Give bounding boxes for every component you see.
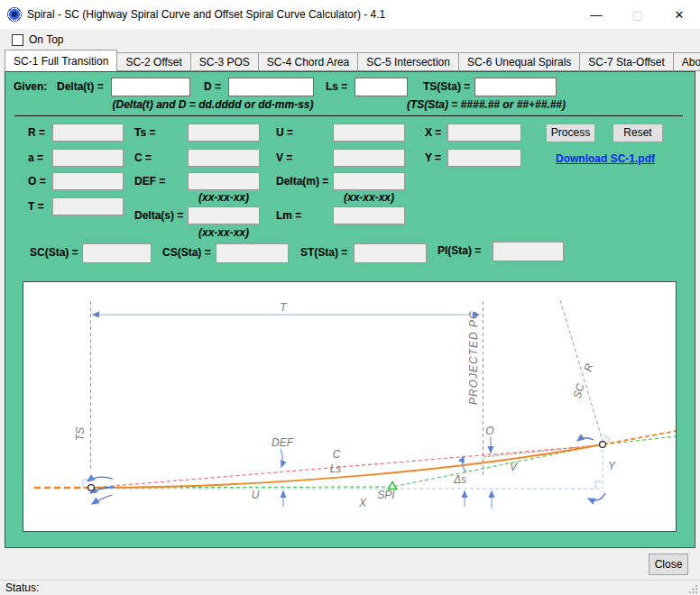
reset-button[interactable]: Reset bbox=[612, 124, 663, 142]
status-bar: Status: bbox=[0, 580, 700, 595]
given-caption: Given: bbox=[14, 78, 47, 96]
resize-grip-icon[interactable] bbox=[689, 584, 698, 593]
minimize-button[interactable]: — bbox=[576, 0, 617, 29]
spi-label: SPI bbox=[377, 489, 395, 501]
def-output bbox=[188, 172, 260, 190]
u-label: U = bbox=[276, 124, 293, 142]
a-label: a = bbox=[28, 149, 43, 168]
sc1-panel: Given: Delta(t) = D = Ls = TS(Sta) = (De… bbox=[5, 71, 695, 548]
r-label: R = bbox=[28, 124, 45, 142]
delta-m-output bbox=[333, 172, 405, 190]
tab-about-ebooks[interactable]: About-eBooks bbox=[673, 52, 700, 71]
given-format-hint-right: (TS(Sta) = ####.## or ##+##.##) bbox=[401, 98, 572, 111]
on-top-label: On Top bbox=[29, 33, 63, 46]
a-output bbox=[52, 149, 124, 167]
status-label: Status: bbox=[5, 581, 39, 594]
o-dim-label: O bbox=[485, 425, 493, 437]
def-pointer-arrow bbox=[281, 449, 282, 467]
v-output bbox=[333, 149, 405, 167]
long-chord-line bbox=[91, 445, 601, 488]
radius-reference-line bbox=[560, 300, 603, 444]
app-window: Spiral - SC (Highway Spiral Curve and Of… bbox=[0, 0, 700, 595]
process-button[interactable]: Process bbox=[546, 124, 595, 142]
delta-s-dms-hint: (xx-xx-xx) bbox=[183, 226, 264, 239]
delta-t-label: Delta(t) = bbox=[57, 78, 104, 96]
rotation-arrow-sc bbox=[577, 438, 594, 441]
def-label: DEF = bbox=[134, 172, 165, 191]
ts-point-marker bbox=[88, 485, 95, 491]
right-angle-mark-sc bbox=[595, 481, 603, 489]
delta-s-dim-label: Δs bbox=[453, 473, 466, 486]
section-divider bbox=[14, 115, 683, 116]
lm-label: Lm = bbox=[276, 206, 301, 225]
y-dim-label: Y bbox=[608, 460, 616, 472]
delta-s-label: Delta(s) = bbox=[134, 206, 183, 225]
u-output bbox=[333, 124, 405, 142]
x-output bbox=[447, 124, 521, 142]
lm-output bbox=[333, 206, 405, 224]
tab-sc1-full-transition[interactable]: SC-1 Full Transition bbox=[5, 50, 117, 71]
app-icon bbox=[7, 7, 22, 22]
r-line-label: R bbox=[581, 362, 595, 373]
u-dim-label: U bbox=[252, 489, 260, 501]
spiral-tangent-lines bbox=[91, 436, 676, 488]
t-label: T = bbox=[28, 197, 44, 216]
delta-s-output bbox=[188, 206, 260, 224]
d-input[interactable] bbox=[228, 78, 314, 96]
sc-sta-output bbox=[82, 243, 152, 263]
sc-sta-label: SC(Sta) = bbox=[30, 243, 78, 262]
tab-sc4-chord-area[interactable]: SC-4 Chord Area bbox=[258, 52, 358, 71]
window-title: Spiral - SC (Highway Spiral Curve and Of… bbox=[27, 8, 576, 21]
x-label: X = bbox=[425, 124, 441, 142]
delta-m-dms-hint: (xx-xx-xx) bbox=[328, 191, 410, 204]
c-dim-label: C bbox=[333, 448, 341, 461]
cs-sta-output bbox=[216, 243, 289, 263]
download-sc1-pdf-link[interactable]: Download SC-1.pdf bbox=[556, 152, 655, 165]
r-output bbox=[52, 124, 124, 142]
tab-sc3-pos[interactable]: SC-3 POS bbox=[190, 52, 259, 71]
o-label: O = bbox=[28, 172, 46, 191]
ts-sta-input[interactable] bbox=[474, 78, 557, 96]
title-bar: Spiral - SC (Highway Spiral Curve and Of… bbox=[0, 0, 700, 29]
v-label: V = bbox=[276, 149, 292, 168]
ls-dim-label: Ls bbox=[330, 462, 342, 475]
tab-strip: SC-1 Full Transition SC-2 Offset SC-3 PO… bbox=[5, 50, 700, 71]
pi-sta-output bbox=[493, 242, 564, 261]
t-dim-label: T bbox=[280, 301, 288, 314]
delta-t-input[interactable] bbox=[111, 78, 190, 96]
tab-sc2-offset[interactable]: SC-2 Offset bbox=[116, 52, 190, 71]
ls-input[interactable] bbox=[355, 78, 408, 96]
v-dim-label: V bbox=[510, 461, 518, 473]
c-label: C = bbox=[134, 149, 152, 168]
sc-line-label: SC bbox=[570, 382, 586, 400]
rotation-arrow-ts-1 bbox=[88, 477, 113, 481]
projected-pc-label: PROJECTED PC bbox=[467, 310, 480, 405]
ls-label: Ls = bbox=[326, 78, 347, 96]
d-label: D = bbox=[204, 78, 221, 96]
tab-sc6-unequal-spirals[interactable]: SC-6 Unequal Spirals bbox=[458, 52, 580, 71]
pi-sta-label: PI(Sta) = bbox=[438, 242, 481, 261]
tab-sc7-sta-offset[interactable]: SC-7 Sta-Offset bbox=[579, 52, 673, 71]
def-dms-hint: (xx-xx-xx) bbox=[183, 191, 264, 204]
def-dim-label: DEF bbox=[272, 436, 294, 449]
y-output bbox=[447, 149, 521, 167]
sc-point-marker bbox=[600, 442, 606, 448]
y-label: Y = bbox=[425, 149, 441, 168]
given-format-hint-left: (Delta(t) and D = dd.dddd or dd-mm-ss) bbox=[109, 98, 317, 111]
ts-line-label: TS bbox=[74, 427, 87, 441]
maximize-button[interactable]: ▢ bbox=[617, 0, 659, 29]
x-dim-label: X bbox=[358, 497, 367, 509]
ts-output bbox=[188, 124, 260, 142]
cs-sta-label: CS(Sta) = bbox=[162, 243, 211, 262]
ts-sta-label: TS(Sta) = bbox=[423, 78, 470, 96]
st-sta-label: ST(Sta) = bbox=[300, 243, 347, 262]
close-button[interactable]: Close bbox=[649, 554, 688, 575]
ts-label: Ts = bbox=[134, 124, 155, 142]
t-output bbox=[52, 197, 124, 215]
tab-sc5-intersection[interactable]: SC-5 Intersection bbox=[357, 52, 459, 71]
close-window-button[interactable]: ✕ bbox=[659, 0, 700, 29]
st-sta-output bbox=[354, 243, 427, 263]
checkbox-icon[interactable] bbox=[12, 34, 23, 46]
c-output bbox=[188, 149, 260, 167]
on-top-checkbox-row[interactable]: On Top bbox=[12, 33, 63, 46]
